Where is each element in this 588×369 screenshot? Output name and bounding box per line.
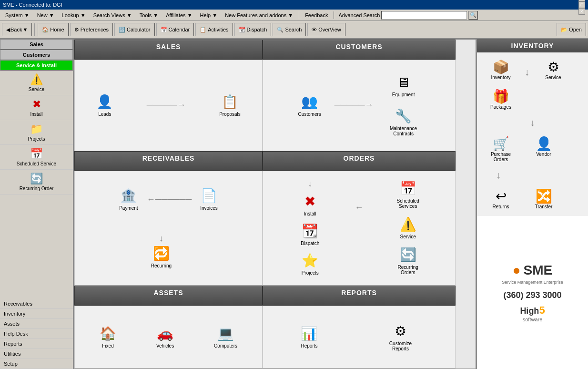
- sidebar-item-service[interactable]: ⚠️ Service: [0, 71, 73, 95]
- orders-left-arrow: ←: [355, 203, 364, 213]
- install-icon: ✖: [32, 98, 41, 111]
- activities-button[interactable]: 📋 Activities: [195, 23, 233, 36]
- overview-icon: 👁: [312, 27, 317, 32]
- sidebar-install-label: Install: [30, 112, 42, 117]
- scheduled-services-item[interactable]: 📅 Scheduled Services: [389, 179, 426, 211]
- menu-system[interactable]: System ▼: [2, 11, 33, 20]
- search-go-button[interactable]: 🔍: [468, 11, 478, 20]
- payment-item[interactable]: 🏦 Payment: [117, 186, 140, 213]
- invoices-down-arrow: ↓: [159, 234, 163, 244]
- computers-item[interactable]: 💻 Computers: [212, 324, 239, 350]
- close-button[interactable]: ✕: [578, 8, 585, 15]
- assets-section-header: ASSETS: [74, 286, 263, 306]
- preferences-button[interactable]: ⚙ Preferences: [70, 23, 113, 36]
- home-button[interactable]: 🏠 Home: [38, 23, 68, 36]
- inv-down-arrow: ↓: [525, 67, 529, 78]
- proposals-item[interactable]: 📋 Proposals: [217, 92, 242, 119]
- customers-item[interactable]: 👥 Customers: [296, 92, 323, 119]
- sidebar: Sales Customers Service & Install ⚠️ Ser…: [0, 39, 74, 369]
- dispatch-button[interactable]: 📆 Dispatch: [234, 23, 272, 36]
- vehicles-item[interactable]: 🚗 Vehicles: [154, 324, 176, 350]
- menu-help[interactable]: Help ▼: [197, 11, 221, 20]
- receivables-section-header: RECEIVABLES: [74, 151, 263, 171]
- content-area: SALES CUSTOMERS 👤 Leads ─────→ 📋 Proposa…: [74, 39, 588, 369]
- recurring-item[interactable]: 🔁 Recurring: [149, 244, 173, 270]
- sidebar-section-sales[interactable]: Sales: [0, 39, 73, 50]
- inventory-item[interactable]: 📦 Inventory: [482, 57, 520, 82]
- menu-feedback[interactable]: Feedback: [302, 11, 331, 20]
- equipment-item[interactable]: 🖥 Equipment: [385, 72, 422, 99]
- service-inv-item[interactable]: ⚙ Service: [534, 57, 572, 82]
- advanced-search-bar: Advanced Search 🔍: [338, 11, 478, 20]
- sidebar-section-customers[interactable]: Customers: [0, 50, 73, 60]
- reports-label: Reports: [301, 343, 317, 348]
- vendor-item[interactable]: 👤 Vendor: [525, 134, 563, 164]
- sidebar-bottom-assets[interactable]: Assets: [0, 319, 73, 329]
- invoices-item[interactable]: 📄 Invoices: [198, 186, 220, 213]
- packages-icon: 🎁: [493, 89, 509, 104]
- preferences-icon: ⚙: [74, 27, 79, 33]
- sidebar-item-scheduled-service[interactable]: 📅 Scheduled Service: [0, 145, 73, 170]
- maintenance-contracts-item[interactable]: 🔧 Maintenance Contracts: [385, 106, 422, 138]
- inventory-content: 📦 Inventory ↓ ⚙ Service 🎁 Packages ↓: [477, 52, 588, 216]
- sidebar-bottom-helpdesk[interactable]: Help Desk: [0, 329, 73, 339]
- returns-item[interactable]: ↩ Returns: [482, 186, 520, 211]
- toolbar-separator1: [34, 23, 35, 36]
- reports-item[interactable]: 📊 Reports: [299, 324, 319, 350]
- leads-item[interactable]: 👤 Leads: [94, 92, 115, 119]
- maximize-button[interactable]: □: [578, 1, 585, 8]
- menu-new[interactable]: New ▼: [34, 11, 58, 20]
- sidebar-item-install[interactable]: ✖ Install: [0, 95, 73, 120]
- menu-affiliates[interactable]: Affiliates ▼: [162, 11, 195, 20]
- sme-phone: (360) 293 3000: [503, 290, 561, 300]
- titlebar: SME - Connected to: DGI ─ □ ✕: [0, 0, 588, 10]
- search-button[interactable]: 🔍 Search: [273, 23, 306, 36]
- sidebar-item-projects[interactable]: 📁 Projects: [0, 120, 73, 145]
- sidebar-bottom-utilities[interactable]: Utilities: [0, 349, 73, 359]
- menu-tools[interactable]: Tools ▼: [136, 11, 162, 20]
- receivables-section-content: 🏦 Payment ←────── 📄 Invoices ↓ 🔁 Rec: [74, 171, 263, 286]
- projects-orders-item[interactable]: ⭐ Projects: [300, 251, 321, 277]
- sidebar-section-service-install[interactable]: Service & Install: [0, 60, 73, 71]
- high5-brand: High 5: [520, 304, 545, 317]
- purchase-orders-item[interactable]: 🛒 Purchase Orders: [482, 134, 520, 164]
- titlebar-title: SME - Connected to: DGI: [3, 2, 62, 8]
- sidebar-bottom-receivables[interactable]: Receivables: [0, 299, 73, 309]
- menu-new-features[interactable]: New Features and addons ▼: [222, 11, 296, 20]
- transfer-item[interactable]: 🔀 Transfer: [525, 186, 563, 211]
- calendar-button[interactable]: 📅 Calendar: [156, 23, 194, 36]
- open-button[interactable]: 📂 Open: [557, 23, 586, 36]
- sidebar-bottom-inventory[interactable]: Inventory: [0, 309, 73, 319]
- purchase-orders-label: Purchase Orders: [484, 152, 518, 162]
- transfer-label: Transfer: [535, 204, 553, 209]
- projects-icon: 📁: [30, 123, 43, 135]
- menu-search-views[interactable]: Search Views ▼: [90, 11, 135, 20]
- fixed-label: Fixed: [102, 343, 113, 348]
- proposals-icon: 📋: [222, 94, 238, 110]
- customize-reports-label: Customize Reports: [384, 341, 417, 351]
- back-icon: ◀: [6, 27, 10, 33]
- recurring-label: Recurring: [151, 263, 172, 268]
- menu-lookup[interactable]: Lookup ▼: [59, 11, 89, 20]
- packages-item[interactable]: 🎁 Packages: [482, 87, 520, 112]
- menu-separator: [299, 11, 299, 19]
- service-orders-item[interactable]: ⚠️ Service: [398, 215, 418, 241]
- advanced-search-input[interactable]: [381, 11, 467, 20]
- maintenance-contracts-icon: 🔧: [395, 108, 412, 124]
- sidebar-bottom-reports[interactable]: Reports: [0, 339, 73, 349]
- fixed-item[interactable]: 🏠 Fixed: [98, 324, 118, 350]
- customers-label: Customers: [298, 112, 321, 117]
- sidebar-item-recurring-order[interactable]: 🔄 Recurring Order: [0, 170, 73, 195]
- sidebar-bottom-setup[interactable]: Setup: [0, 359, 73, 369]
- customize-reports-item[interactable]: ⚙ Customize Reports: [382, 321, 419, 353]
- sidebar-recurring-order-label: Recurring Order: [20, 186, 54, 191]
- recurring-orders-item[interactable]: 🔄 Recurring Orders: [389, 245, 426, 277]
- reports-section-content: 📊 Reports ⚙ Customize Reports: [263, 306, 456, 369]
- install-item[interactable]: ✖ Install: [302, 192, 318, 218]
- overview-button[interactable]: 👁 OverView: [307, 23, 345, 36]
- dispatch-item[interactable]: 📆 Dispatch: [299, 221, 321, 248]
- calculator-button[interactable]: 🔢 Calculator: [114, 23, 155, 36]
- recurring-orders-icon: 🔄: [400, 247, 416, 263]
- calendar-icon: 📅: [161, 27, 167, 33]
- back-button[interactable]: ◀ Back ▼: [2, 23, 32, 36]
